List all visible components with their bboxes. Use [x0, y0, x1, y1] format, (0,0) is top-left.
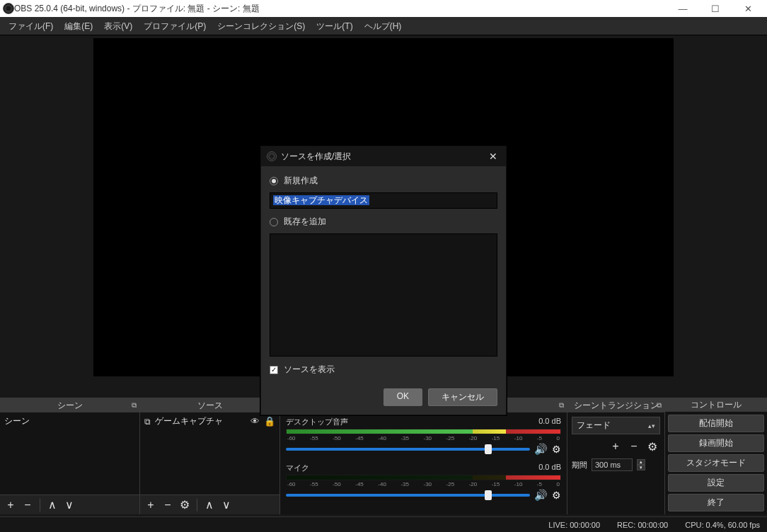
scene-down-button[interactable]: ∨ — [62, 497, 77, 513]
menubar: ファイル(F) 編集(E) 表示(V) プロファイル(P) シーンコレクション(… — [0, 17, 767, 35]
radio-existing-label: 既存を追加 — [284, 216, 326, 228]
menu-edit[interactable]: 編集(E) — [59, 17, 98, 35]
channel-name: デスクトップ音声 — [286, 417, 348, 427]
popout-icon[interactable]: ⧉ — [657, 401, 662, 410]
add-scene-button[interactable]: + — [3, 497, 18, 513]
scene-item[interactable]: シーン — [0, 412, 139, 430]
menu-help[interactable]: ヘルプ(H) — [359, 17, 408, 35]
sources-header: ソース ⧉ — [140, 398, 279, 412]
add-transition-button[interactable]: + — [608, 439, 623, 454]
statusbar: LIVE: 00:00:00 REC: 00:00:00 CPU: 0.4%, … — [0, 516, 767, 532]
controls-header: コントロール — [665, 398, 767, 412]
controls-panel: コントロール 配信開始 録画開始 スタジオモード 設定 終了 — [665, 398, 767, 514]
lock-icon[interactable]: 🔒 — [264, 416, 275, 427]
channel-db: 0.0 dB — [538, 463, 561, 473]
sources-list[interactable]: ⧉ ゲームキャプチャ 👁 🔒 — [140, 412, 279, 495]
scenes-panel: シーン ⧉ シーン + − ∧ ∨ — [0, 398, 140, 514]
meter-ticks: -60-55-50-45-40-35-30-25-20-15-10-50 — [286, 435, 561, 441]
duration-label: 期間 — [572, 460, 587, 470]
menu-scene-collection[interactable]: シーンコレクション(S) — [212, 17, 311, 35]
meter-ticks: -60-55-50-45-40-35-30-25-20-15-10-50 — [286, 481, 561, 487]
window-title: OBS 25.0.4 (64-bit, windows) - プロファイル: 無… — [14, 3, 667, 15]
radio-existing-row[interactable]: 既存を追加 — [270, 216, 497, 228]
transition-settings-button[interactable]: ⚙ — [645, 439, 660, 454]
chevron-updown-icon: ▴▾ — [648, 422, 655, 429]
dialog-title: ソースを作成/選択 — [281, 151, 351, 163]
menu-file[interactable]: ファイル(F) — [3, 17, 59, 35]
source-item[interactable]: ⧉ ゲームキャプチャ 👁 🔒 — [140, 412, 279, 430]
transitions-header: シーントランジション ⧉ — [567, 398, 664, 412]
sources-title: ソース — [197, 400, 223, 411]
exit-button[interactable]: 終了 — [668, 494, 764, 511]
mixer-body: デスクトップ音声 0.0 dB -60-55-50-45-40-35-30-25… — [280, 412, 567, 514]
source-up-button[interactable]: ∧ — [202, 497, 217, 513]
existing-sources-listbox[interactable] — [270, 233, 497, 357]
transition-select[interactable]: フェード ▴▾ — [572, 417, 660, 434]
source-down-button[interactable]: ∨ — [219, 497, 234, 513]
show-source-row[interactable]: ✓ ソースを表示 — [270, 364, 497, 376]
scene-up-button[interactable]: ∧ — [45, 497, 60, 513]
close-button[interactable]: ✕ — [732, 0, 764, 17]
channel-db: 0.0 dB — [538, 417, 561, 427]
audio-meter — [286, 429, 561, 434]
mixer-panel: 音声ミキサー ⧉ デスクトップ音声 0.0 dB -60-55-50-45-40… — [280, 398, 567, 514]
source-properties-button[interactable]: ⚙ — [177, 497, 192, 513]
create-source-dialog: ソースを作成/選択 ✕ 新規作成 映像キャプチャデバイス 既存を追加 ✓ ソース… — [260, 146, 507, 415]
dialog-logo-icon — [267, 151, 277, 161]
source-type-icon: ⧉ — [144, 417, 151, 427]
radio-new-label: 新規作成 — [284, 175, 318, 187]
status-live: LIVE: 00:00:00 — [548, 521, 600, 529]
start-record-button[interactable]: 録画開始 — [668, 434, 764, 452]
volume-slider[interactable] — [286, 494, 530, 497]
popout-icon[interactable]: ⧉ — [559, 401, 564, 410]
status-rec: REC: 00:00:00 — [617, 521, 668, 529]
add-source-button[interactable]: + — [143, 497, 158, 513]
duration-down-button[interactable]: ▾ — [637, 465, 645, 470]
speaker-icon[interactable]: 🔊 — [534, 443, 548, 456]
menu-profile[interactable]: プロファイル(P) — [138, 17, 212, 35]
transitions-title: シーントランジション — [574, 400, 659, 411]
ok-button[interactable]: OK — [384, 388, 422, 406]
app-logo-icon — [3, 3, 14, 14]
maximize-button[interactable]: ☐ — [699, 0, 732, 17]
visibility-icon[interactable]: 👁 — [250, 416, 260, 427]
settings-button[interactable]: 設定 — [668, 474, 764, 492]
remove-transition-button[interactable]: − — [626, 439, 642, 454]
cancel-button[interactable]: キャンセル — [428, 388, 497, 406]
radio-new-row[interactable]: 新規作成 — [270, 175, 497, 187]
mixer-channel: デスクトップ音声 0.0 dB -60-55-50-45-40-35-30-25… — [286, 417, 561, 456]
remove-source-button[interactable]: − — [160, 497, 175, 513]
scenes-title: シーン — [57, 400, 83, 411]
speaker-icon[interactable]: 🔊 — [534, 489, 548, 502]
source-item-label: ゲームキャプチャ — [155, 415, 223, 427]
channel-name: マイク — [286, 463, 309, 473]
minimize-button[interactable]: — — [667, 0, 699, 17]
popout-icon[interactable]: ⧉ — [132, 401, 137, 410]
remove-scene-button[interactable]: − — [20, 497, 35, 513]
menu-tools[interactable]: ツール(T) — [311, 17, 358, 35]
mixer-channel: マイク 0.0 dB -60-55-50-45-40-35-30-25-20-1… — [286, 463, 561, 502]
volume-slider[interactable] — [286, 448, 530, 451]
transitions-panel: シーントランジション ⧉ フェード ▴▾ + − ⚙ 期間 300 ms ▴ ▾ — [567, 398, 665, 514]
source-name-input[interactable]: 映像キャプチャデバイス — [270, 192, 497, 209]
gear-icon[interactable]: ⚙ — [552, 490, 561, 501]
status-cpu: CPU: 0.4%, 60.00 fps — [685, 521, 760, 529]
menu-view[interactable]: 表示(V) — [98, 17, 138, 35]
gear-icon[interactable]: ⚙ — [552, 444, 561, 455]
transition-selected: フェード — [577, 420, 611, 432]
source-name-value: 映像キャプチャデバイス — [273, 195, 369, 205]
audio-meter — [286, 475, 561, 480]
start-stream-button[interactable]: 配信開始 — [668, 415, 764, 432]
titlebar: OBS 25.0.4 (64-bit, windows) - プロファイル: 無… — [0, 0, 767, 17]
scenes-list[interactable]: シーン — [0, 412, 139, 495]
sources-panel: ソース ⧉ ⧉ ゲームキャプチャ 👁 🔒 + − ⚙ ∧ ∨ — [140, 398, 280, 514]
dialog-close-button[interactable]: ✕ — [486, 151, 500, 162]
duration-up-button[interactable]: ▴ — [637, 459, 645, 465]
radio-icon — [270, 177, 278, 185]
show-source-label: ソースを表示 — [284, 364, 335, 376]
scenes-header: シーン ⧉ — [0, 398, 139, 412]
studio-mode-button[interactable]: スタジオモード — [668, 454, 764, 472]
radio-icon — [270, 218, 278, 226]
duration-input[interactable]: 300 ms — [592, 458, 633, 471]
controls-title: コントロール — [691, 400, 742, 410]
